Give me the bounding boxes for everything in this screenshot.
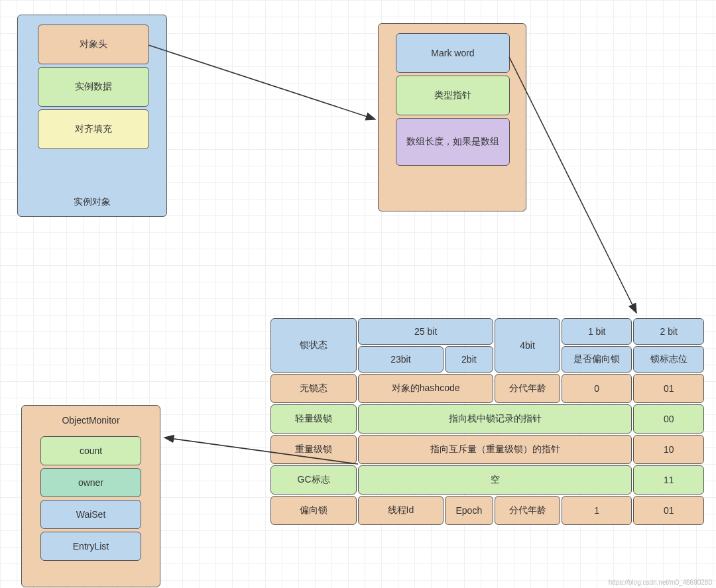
table-row-lightweight: 轻量级锁 指向栈中锁记录的指针 00 bbox=[270, 404, 704, 434]
cell-biased-label: 偏向锁 bbox=[270, 496, 357, 525]
th-2bit-sub: 2bit bbox=[445, 346, 494, 373]
alignment-padding-cell: 对齐填充 bbox=[38, 109, 149, 149]
table-row-heavyweight: 重量级锁 指向互斥量（重量级锁）的指针 10 bbox=[270, 435, 704, 464]
monitor-count-cell: count bbox=[40, 436, 141, 465]
cell-gc-label: GC标志 bbox=[270, 465, 357, 495]
th-4bit: 4bit bbox=[495, 318, 560, 373]
table-row-unlocked: 无锁态 对象的hashcode 分代年龄 0 01 bbox=[270, 374, 704, 403]
table-header-row-1: 锁状态 25 bit 4bit 1 bit 2 bit bbox=[270, 318, 704, 345]
th-25bit: 25 bit bbox=[358, 318, 493, 345]
cell-gc-flag: 11 bbox=[633, 465, 704, 495]
object-monitor-panel: ObjectMonitor count owner WaiSet EntryLi… bbox=[21, 405, 160, 587]
cell-light-flag: 00 bbox=[633, 404, 704, 434]
arrow-markword-to-table bbox=[509, 57, 636, 313]
table-row-biased: 偏向锁 线程Id Epoch 分代年龄 1 01 bbox=[270, 496, 704, 525]
cell-unlocked-label: 无锁态 bbox=[270, 374, 357, 403]
object-header-cell: 对象头 bbox=[38, 25, 149, 64]
cell-heavy-flag: 10 bbox=[633, 435, 704, 464]
instance-object-title: 实例对象 bbox=[18, 194, 166, 211]
watermark: https://blog.csdn.net/m0_46690280 bbox=[609, 579, 712, 586]
cell-unlocked-flag: 01 bbox=[633, 374, 704, 403]
instance-object-panel: 对象头 实例数据 对齐填充 实例对象 bbox=[17, 15, 167, 217]
cell-gc-empty: 空 bbox=[358, 465, 632, 495]
cell-biased-biased: 1 bbox=[562, 496, 632, 525]
mark-word-table: 锁状态 25 bit 4bit 1 bit 2 bit 23bit 2bit 是… bbox=[269, 317, 705, 526]
cell-light-label: 轻量级锁 bbox=[270, 404, 357, 434]
cell-biased-thread: 线程Id bbox=[358, 496, 443, 525]
table-row-gc: GC标志 空 11 bbox=[270, 465, 704, 495]
th-biased-q: 是否偏向锁 bbox=[562, 346, 632, 373]
object-monitor-title: ObjectMonitor bbox=[22, 412, 160, 428]
cell-biased-flag: 01 bbox=[633, 496, 704, 525]
monitor-waitset-cell: WaiSet bbox=[40, 500, 141, 529]
cell-light-ptr: 指向栈中锁记录的指针 bbox=[358, 404, 632, 434]
th-2bit: 2 bit bbox=[633, 318, 704, 345]
th-lock-flag: 锁标志位 bbox=[633, 346, 704, 373]
cell-biased-age: 分代年龄 bbox=[495, 496, 560, 525]
instance-data-cell: 实例数据 bbox=[38, 67, 149, 107]
mark-word-cell: Mark word bbox=[396, 33, 510, 73]
object-header-panel: Mark word 类型指针 数组长度，如果是数组 bbox=[378, 23, 526, 211]
cell-unlocked-biased: 0 bbox=[562, 374, 632, 403]
type-pointer-cell: 类型指针 bbox=[396, 76, 510, 115]
arrow-header-to-panel bbox=[149, 45, 375, 119]
cell-heavy-ptr: 指向互斥量（重量级锁）的指针 bbox=[358, 435, 632, 464]
cell-unlocked-age: 分代年龄 bbox=[495, 374, 560, 403]
cell-heavy-label: 重量级锁 bbox=[270, 435, 357, 464]
array-length-cell: 数组长度，如果是数组 bbox=[396, 118, 510, 166]
th-lock-state: 锁状态 bbox=[270, 318, 357, 373]
monitor-entrylist-cell: EntryList bbox=[40, 532, 141, 561]
cell-unlocked-hashcode: 对象的hashcode bbox=[358, 374, 493, 403]
cell-biased-epoch: Epoch bbox=[445, 496, 494, 525]
monitor-owner-cell: owner bbox=[40, 468, 141, 497]
th-23bit: 23bit bbox=[358, 346, 443, 373]
th-1bit: 1 bit bbox=[562, 318, 632, 345]
